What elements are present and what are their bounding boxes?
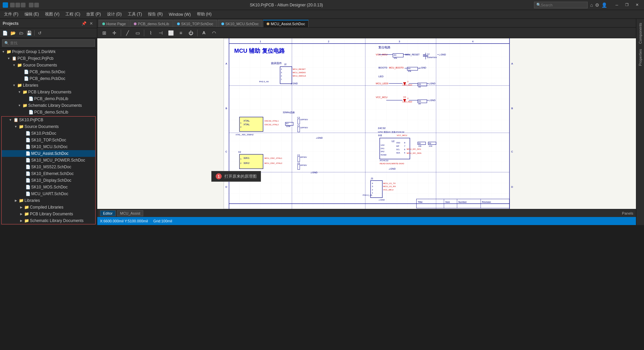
close-button[interactable]: ✕ bbox=[633, 2, 641, 8]
sk10-ethernet-schdoc[interactable]: 📄 SK10_Ethernet.SchDoc bbox=[2, 170, 95, 177]
bottom-tab-mcu-assist[interactable]: MCU_Assist bbox=[117, 210, 144, 216]
svg-text:MCU_OSC_XTAL1: MCU_OSC_XTAL1 bbox=[264, 157, 282, 160]
project-group-item[interactable]: ▼ 📁 Project Group 1.DsnWrk bbox=[0, 48, 97, 55]
svg-text:OSC32_XTAL2: OSC32_XTAL2 bbox=[264, 123, 279, 126]
svg-text:4: 4 bbox=[281, 68, 282, 70]
sk10-schlib-label: Schematic Library Documents bbox=[30, 218, 84, 223]
svg-text:C: C bbox=[511, 150, 513, 153]
menu-file[interactable]: 文件 (F) bbox=[1, 11, 21, 18]
home-icon[interactable]: ⌂ bbox=[590, 2, 593, 8]
menu-place[interactable]: 放置 (P) bbox=[84, 11, 103, 18]
menu-tools[interactable]: 工具 (T) bbox=[125, 11, 145, 18]
project-tree[interactable]: ▼ 📁 Project Group 1.DsnWrk ▼ 📋 PCB_Proje… bbox=[0, 48, 97, 225]
svg-text:⊥GND: ⊥GND bbox=[439, 53, 446, 56]
svg-text:D: D bbox=[511, 185, 513, 188]
pcb-demo-pcblib[interactable]: 📄 PCB_demo.PcbLib bbox=[0, 95, 97, 102]
pcb-libraries-folder[interactable]: ▼ 📁 Libraries bbox=[0, 82, 97, 89]
menu-help[interactable]: 帮助 (H) bbox=[194, 11, 214, 18]
pcb-demo-schlib[interactable]: 📄 PCB_demo.SchLib bbox=[0, 109, 97, 116]
undo-icon[interactable] bbox=[29, 3, 34, 7]
properties-tab[interactable]: Properties bbox=[637, 46, 644, 69]
pcb-schlib-docs-label: Schematic Library Documents bbox=[28, 103, 82, 108]
save-button[interactable]: 💾 bbox=[25, 29, 33, 37]
pcb-lib-docs-folder[interactable]: ▼ 📁 PCB Library Documents bbox=[0, 89, 97, 95]
bottom-tab-editor[interactable]: Editor bbox=[100, 210, 116, 216]
open-folder-button[interactable]: 🗁 bbox=[17, 29, 25, 37]
sk10-display-schdoc[interactable]: 📄 SK10_Display.SchDoc bbox=[2, 177, 95, 184]
sk10-project-item[interactable]: ▼ 📋 SK10.PrjPCB bbox=[2, 117, 95, 123]
svg-text:XTAL_49S_25MHZ: XTAL_49S_25MHZ bbox=[235, 133, 254, 136]
schematic-canvas-area[interactable]: 1 打开原来的原理图 bbox=[97, 38, 636, 209]
sk10-libraries-folder[interactable]: ▶ 📁 Libraries bbox=[2, 197, 95, 204]
panel-pin-button[interactable]: 📌 bbox=[81, 20, 87, 27]
svg-text:⊥GND: ⊥GND bbox=[419, 67, 426, 69]
svg-text:A1: A1 bbox=[382, 147, 384, 149]
menu-window[interactable]: Window (W) bbox=[166, 11, 193, 18]
menu-edit[interactable]: 编辑 (E) bbox=[22, 11, 42, 18]
pcb-demo-pcbdoc[interactable]: 📄 PCB_demo.PcbDoc bbox=[0, 75, 97, 82]
refresh-button[interactable]: ↺ bbox=[36, 29, 43, 37]
svg-text:Size: Size bbox=[445, 201, 450, 203]
text-button[interactable]: A bbox=[200, 29, 208, 37]
tab-pcb-schlib[interactable]: PCB_demo.SchLib bbox=[130, 20, 173, 27]
draw-line-button[interactable]: ╱ bbox=[123, 29, 132, 37]
toolbar-icon-2 bbox=[15, 3, 20, 7]
svg-text:2: 2 bbox=[328, 40, 329, 43]
sk10-compiled-libs-folder[interactable]: ▶ 📁 Compiled Libraries bbox=[2, 204, 95, 211]
menu-view[interactable]: 视图 (V) bbox=[42, 11, 62, 18]
panel-search-input[interactable] bbox=[2, 39, 95, 47]
menu-project[interactable]: 工程 (C) bbox=[63, 11, 83, 18]
arc-button[interactable]: ◠ bbox=[210, 29, 218, 37]
panel-close-button[interactable]: ✕ bbox=[88, 20, 94, 27]
projects-panel: Projects 📌 ✕ 📄 📂 🗁 💾 ↺ ▼ 📁 Project Group… bbox=[0, 19, 97, 225]
draw-rect-button[interactable]: ▭ bbox=[133, 29, 142, 37]
sk10-mcu-schdoc[interactable]: 📄 SK10_MCU.SchDoc bbox=[2, 143, 95, 150]
sk10-pcblib-docs-folder[interactable]: ▶ 📁 PCB Library Documents bbox=[2, 211, 95, 217]
sk10-top-schdoc[interactable]: 📄 SK10_TOP.SchDoc bbox=[2, 137, 95, 143]
wire-button[interactable]: ⌇ bbox=[146, 29, 155, 37]
mcu-assist-schdoc[interactable]: 📄 MCU_Assist.SchDoc bbox=[2, 150, 95, 157]
svg-text:C: C bbox=[225, 150, 227, 153]
svg-text:SDA: SDA bbox=[396, 152, 400, 154]
settings-icon[interactable]: ⚙ bbox=[595, 2, 599, 8]
bus-button[interactable]: ≡ bbox=[176, 29, 185, 37]
sk10-pcbdoc[interactable]: 📄 SK10.PcbDoc bbox=[2, 130, 95, 137]
components-tab[interactable]: Components bbox=[637, 20, 644, 46]
mcu-uart-schdoc[interactable]: 📄 MCU_UART.SchDoc bbox=[2, 190, 95, 197]
sk10-project-label: SK10.PrjPCB bbox=[19, 118, 43, 122]
sk10-source-docs-folder[interactable]: ▼ 📁 Source Documents bbox=[2, 123, 95, 130]
open-button[interactable]: 📂 bbox=[9, 29, 17, 37]
redo-icon[interactable] bbox=[34, 3, 39, 7]
menu-reports[interactable]: 报告 (R) bbox=[145, 11, 165, 18]
filter-button[interactable]: ⊞ bbox=[100, 29, 109, 37]
power-button[interactable]: ⏻ bbox=[186, 29, 195, 37]
new-project-button[interactable]: 📄 bbox=[1, 29, 9, 37]
global-search-box[interactable]: 🔍 bbox=[534, 2, 588, 8]
global-search-input[interactable] bbox=[541, 3, 581, 7]
tab-home[interactable]: Home Page bbox=[99, 20, 129, 27]
pcb-project-item[interactable]: ▼ 📋 PCB_Project.PrjPcb bbox=[0, 55, 97, 62]
component-button[interactable]: ⬜ bbox=[166, 29, 175, 37]
cross-button[interactable]: ✛ bbox=[110, 29, 119, 37]
tab-sk10-top[interactable]: SK10_TOP.SchDoc bbox=[173, 20, 217, 27]
svg-text:10k: 10k bbox=[408, 70, 412, 72]
user-icon[interactable]: 👤 bbox=[601, 2, 607, 8]
pcb-schlib-docs-folder[interactable]: ▼ 📁 Schematic Library Documents bbox=[0, 102, 97, 109]
sk10-schlib-docs-folder[interactable]: ▶ 📁 Schematic Library Documents bbox=[2, 217, 95, 224]
sk10-ms522-schdoc[interactable]: 📄 SK10_MS522.SchDoc bbox=[2, 164, 95, 170]
net-button[interactable]: ⊣ bbox=[156, 29, 165, 37]
svg-text:2: 2 bbox=[240, 162, 241, 164]
maximize-button[interactable]: ❐ bbox=[623, 2, 631, 8]
minimize-button[interactable]: ─ bbox=[612, 2, 621, 8]
tab-sk10-mcu[interactable]: SK10_MCU.SchDoc bbox=[218, 20, 263, 27]
sk10-mos-schdoc[interactable]: 📄 SK10_MOS.SchDoc bbox=[2, 184, 95, 190]
menu-design[interactable]: 设计 (D) bbox=[104, 11, 124, 18]
svg-text:D: D bbox=[225, 185, 227, 188]
tab-mcu-assist[interactable]: MCU_Assist.SchDoc bbox=[263, 20, 309, 27]
sk10-mcu-power-schdoc[interactable]: 📄 SK10_MCU_POWER.SchDoc bbox=[2, 157, 95, 164]
svg-text:OSC32_XTAL1: OSC32_XTAL1 bbox=[264, 120, 279, 122]
panels-label[interactable]: Panels bbox=[622, 211, 633, 215]
pcb-demo-schdoc[interactable]: 📄 PCB_demo.SchDoc bbox=[0, 69, 97, 75]
svg-text:R7: R7 bbox=[286, 122, 289, 125]
pcb-source-docs-folder[interactable]: ▼ 📁 Source Documents bbox=[0, 62, 97, 69]
